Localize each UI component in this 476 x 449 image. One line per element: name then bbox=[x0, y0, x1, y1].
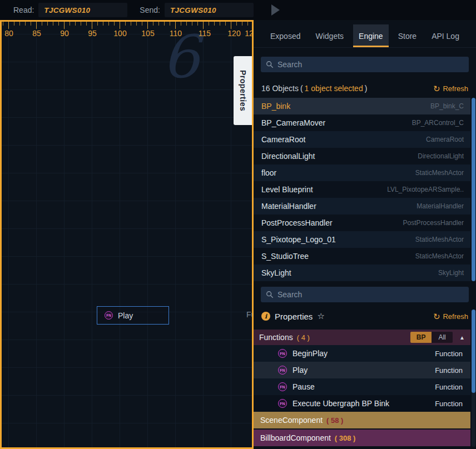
object-type: StaticMeshActor bbox=[415, 252, 464, 260]
object-search-input[interactable] bbox=[277, 60, 469, 69]
function-type: Function bbox=[435, 400, 463, 408]
panel-tab-bar: Exposed Widgets Engine Store API Log bbox=[254, 24, 476, 48]
refresh-objects-button[interactable]: ↻ Refresh bbox=[433, 84, 468, 93]
function-type: Function bbox=[435, 383, 463, 391]
search-icon bbox=[266, 61, 274, 68]
refresh-label: Refresh bbox=[443, 312, 468, 321]
ruler-number: 100 bbox=[112, 29, 128, 38]
paren-open: ( bbox=[300, 84, 303, 93]
object-type: SkyLight bbox=[438, 269, 464, 277]
function-list: FN BeginPlay Function FN Play Function F… bbox=[254, 345, 470, 412]
grid-overlay bbox=[2, 22, 252, 447]
function-name: BeginPlay bbox=[292, 349, 328, 358]
object-name: SkyLight bbox=[261, 268, 291, 277]
ruler-number: 80 bbox=[1, 29, 17, 38]
ruler-number: 125 bbox=[243, 29, 254, 38]
star-icon[interactable]: ☆ bbox=[317, 311, 324, 321]
object-row[interactable]: MaterialHandler MaterialHandler bbox=[254, 198, 470, 214]
send-input[interactable]: TJCGWS010 bbox=[165, 3, 254, 17]
object-list-scrollbar[interactable] bbox=[472, 98, 475, 281]
object-name: CameraRoot bbox=[261, 135, 305, 144]
function-name: Execute Ubergraph BP Bink bbox=[292, 399, 389, 408]
function-type: Function bbox=[435, 366, 463, 375]
object-type: BP_ARControl_C bbox=[412, 119, 464, 127]
ruler: 80 85 90 95 100 105 110 115 120 125 bbox=[2, 22, 252, 39]
object-row[interactable]: SkyLight SkyLight bbox=[254, 265, 470, 281]
properties-title: Properties bbox=[275, 312, 313, 321]
object-row[interactable]: floor StaticMeshActor bbox=[254, 164, 470, 181]
section-label: BillboardComponent bbox=[260, 433, 331, 442]
fn-icon: FN bbox=[278, 349, 287, 358]
ruler-number: 105 bbox=[140, 29, 156, 38]
object-row[interactable]: BP_CameraMover BP_ARControl_C bbox=[254, 114, 470, 131]
function-row[interactable]: FN BeginPlay Function bbox=[254, 345, 470, 362]
tab-engine[interactable]: Engine bbox=[353, 24, 389, 47]
read-label: Read: bbox=[13, 6, 34, 14]
app-root: Read: TJCGWS010 Send: TJCGWS010 6 80 85 … bbox=[0, 0, 476, 449]
fn-icon: FN bbox=[278, 382, 287, 391]
object-name: Level Blueprint bbox=[261, 185, 313, 194]
object-row[interactable]: Level Blueprint LVL_PixotopeARSample.. bbox=[254, 181, 470, 198]
object-row[interactable]: CameraRoot CameraRoot bbox=[254, 131, 470, 148]
refresh-icon: ↻ bbox=[433, 84, 440, 93]
billboardcomponent-section-header[interactable]: BillboardComponent ( 308 ) bbox=[254, 430, 470, 446]
objects-selected-count: 1 object selected bbox=[305, 84, 363, 93]
scenecomponent-section-header[interactable]: SceneComponent ( 58 ) bbox=[254, 412, 470, 428]
object-name: BP_CameraMover bbox=[261, 118, 325, 127]
tab-exposed[interactable]: Exposed bbox=[265, 24, 306, 47]
object-type: LVL_PixotopeARSample.. bbox=[387, 186, 464, 193]
ruler-number: 120 bbox=[226, 29, 242, 38]
object-type: DirectionalLight bbox=[418, 152, 464, 160]
paren-close: ) bbox=[365, 84, 368, 93]
clipped-function-text: Func bbox=[246, 310, 254, 319]
fn-icon: FN bbox=[278, 399, 287, 408]
play-icon[interactable] bbox=[271, 4, 280, 16]
properties-search-input[interactable] bbox=[277, 290, 469, 299]
functions-section-header[interactable]: Functions ( 4 ) BP All ▲ bbox=[254, 330, 470, 345]
functions-label: Functions bbox=[259, 333, 293, 342]
function-row[interactable]: FN Execute Ubergraph BP Bink Function bbox=[254, 395, 470, 412]
properties-header: i Properties ☆ ↻ Refresh bbox=[261, 310, 468, 323]
bp-filter-button[interactable]: BP bbox=[410, 332, 432, 343]
refresh-icon: ↻ bbox=[433, 312, 440, 321]
play-function-label: Play bbox=[118, 311, 133, 320]
right-panel: Exposed Widgets Engine Store API Log 16 … bbox=[254, 20, 476, 449]
properties-scrollbar[interactable] bbox=[472, 310, 475, 393]
function-name: Pause bbox=[292, 382, 315, 391]
function-name: Play bbox=[292, 366, 308, 375]
objects-header: 16 Objects ( 1 object selected ) ↻ Refre… bbox=[261, 82, 468, 94]
object-row[interactable]: DirectionalLight DirectionalLight bbox=[254, 148, 470, 164]
objects-count: 16 Objects bbox=[261, 84, 299, 93]
object-type: StaticMeshActor bbox=[415, 169, 464, 177]
object-type: CameraRoot bbox=[426, 136, 464, 143]
refresh-properties-button[interactable]: ↻ Refresh bbox=[433, 312, 468, 321]
object-list: BP_bink BP_bink_C BP_CameraMover BP_ARCo… bbox=[254, 98, 470, 281]
send-label: Send: bbox=[140, 6, 160, 14]
chevron-up-icon[interactable]: ▲ bbox=[459, 335, 465, 341]
object-row[interactable]: S_Pixotope_Logo_01 StaticMeshActor bbox=[254, 231, 470, 248]
search-icon bbox=[266, 291, 274, 298]
refresh-label: Refresh bbox=[443, 84, 468, 93]
ruler-number: 115 bbox=[196, 29, 213, 38]
object-row[interactable]: S_StudioTree StaticMeshActor bbox=[254, 248, 470, 265]
section-label: SceneComponent bbox=[260, 416, 323, 425]
all-filter-button[interactable]: All bbox=[432, 332, 453, 343]
object-name: BP_bink bbox=[261, 102, 290, 111]
ruler-number: 95 bbox=[84, 29, 101, 38]
object-row[interactable]: BP_bink BP_bink_C bbox=[254, 98, 470, 114]
properties-side-tab[interactable]: Properties bbox=[234, 56, 252, 125]
object-name: S_StudioTree bbox=[261, 252, 309, 261]
fn-icon: FN bbox=[278, 366, 287, 375]
read-input[interactable]: TJCGWS010 bbox=[38, 3, 127, 17]
object-type: StaticMeshActor bbox=[415, 236, 464, 243]
tab-store[interactable]: Store bbox=[393, 24, 422, 47]
function-row[interactable]: FN Play Function bbox=[254, 362, 470, 378]
tab-widgets[interactable]: Widgets bbox=[310, 24, 349, 47]
viewport-canvas[interactable]: 6 80 85 90 95 100 105 110 115 120 125 Pr… bbox=[0, 20, 254, 449]
function-type: Function bbox=[435, 350, 463, 358]
tab-api-log[interactable]: API Log bbox=[426, 24, 465, 47]
ruler-major-ticks bbox=[2, 22, 252, 29]
object-row[interactable]: PostProcessHandler PostProcessHandler bbox=[254, 214, 470, 231]
play-function-button[interactable]: FN Play bbox=[97, 306, 169, 325]
function-row[interactable]: FN Pause Function bbox=[254, 378, 470, 395]
